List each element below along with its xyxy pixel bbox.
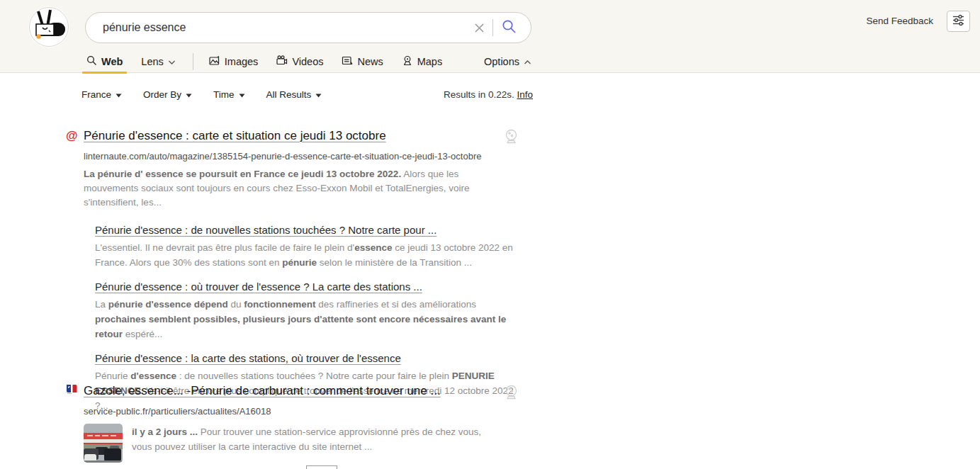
tab-lens[interactable]: Lens (140, 51, 176, 72)
result-title-link[interactable]: Pénurie d'essence : carte et situation c… (84, 128, 386, 144)
result-url: service-public.fr/particuliers/actualite… (84, 406, 534, 417)
newspaper-icon (342, 55, 353, 68)
chevron-down-icon (168, 56, 176, 67)
tab-bar: Web Lens Images (85, 51, 533, 72)
send-feedback-link[interactable]: Send Feedback (866, 16, 933, 26)
gas-station-thumbnail[interactable] (84, 424, 123, 463)
info-link[interactable]: Info (517, 89, 533, 100)
tab-label: Videos (292, 56, 323, 67)
tab-label: Lens (141, 56, 163, 67)
crystal-ball-archive-icon[interactable] (504, 129, 519, 147)
logo-avatar[interactable] (28, 6, 69, 47)
search-result: Gazole, essence... -Pénurie de carburant… (66, 383, 534, 463)
filter-time-dropdown[interactable]: Time (213, 89, 245, 100)
crystal-ball-archive-icon[interactable] (504, 385, 519, 403)
result-snippet: il y a 2 jours ... Pour trouver une stat… (132, 424, 500, 463)
sublink-result: Pénurie d'essence : où trouver de l'esse… (95, 280, 534, 341)
filter-country-dropdown[interactable]: France (81, 89, 122, 100)
tab-images[interactable]: Images (208, 51, 260, 72)
map-pin-icon (402, 55, 413, 68)
result-title-link[interactable]: Gazole, essence... -Pénurie de carburant… (84, 383, 441, 399)
more-button-partial[interactable] (306, 465, 337, 469)
sublink-snippet: La pénurie d'essence dépend du fonctionn… (95, 297, 520, 341)
linternaute-at-icon: @ (66, 128, 79, 143)
filter-bar: France Order By Time All Results Results… (81, 86, 533, 102)
preferences-button[interactable] (947, 11, 970, 32)
results-time-text: Results in 0.22s. (444, 89, 517, 100)
tab-videos[interactable]: Videos (275, 51, 325, 72)
tab-label: Options (484, 56, 519, 67)
filter-order-by-dropdown[interactable]: Order By (143, 89, 192, 100)
result-url: linternaute.com/auto/magazine/1385154-pe… (84, 151, 534, 162)
tab-label: Images (225, 56, 259, 67)
sublink-snippet: L'essentiel. Il ne devrait pas être plus… (95, 240, 520, 270)
search-bar (85, 12, 531, 43)
service-public-french-flag-icon (66, 383, 79, 397)
filter-label: Order By (143, 89, 181, 100)
video-camera-icon (276, 55, 288, 68)
image-icon (209, 55, 220, 68)
sliders-settings-icon (952, 14, 965, 28)
sublink-result: Pénurie d'essence : de nouvelles station… (95, 223, 534, 270)
caret-down-icon (239, 89, 245, 100)
search-input[interactable] (103, 21, 471, 34)
tab-label: News (357, 56, 383, 67)
filter-label: All Results (266, 89, 312, 100)
sublink-title-link[interactable]: Pénurie d'essence : de nouvelles station… (95, 223, 437, 237)
search-result: @ Pénurie d'essence : carte et situation… (66, 128, 534, 423)
search-magnifier-icon (502, 19, 517, 36)
header: Send Feedback Web Lens (0, 0, 980, 73)
search-results-page: Send Feedback Web Lens (0, 0, 980, 469)
tab-web[interactable]: Web (85, 51, 124, 72)
result-snippet: La pénurie d' essence se poursuit en Fra… (84, 167, 510, 210)
filter-label: Time (213, 89, 235, 100)
caret-down-icon (116, 89, 122, 100)
caret-down-icon (186, 89, 192, 100)
sublink-title-link[interactable]: Pénurie d'essence : la carte des station… (95, 351, 401, 365)
tab-maps[interactable]: Maps (400, 51, 444, 72)
search-submit-button[interactable] (493, 16, 519, 39)
chevron-up-icon (524, 56, 531, 67)
results-timing: Results in 0.22s. Info (444, 89, 533, 100)
clear-search-icon[interactable] (471, 19, 492, 37)
sublink-title-link[interactable]: Pénurie d'essence : où trouver de l'esse… (95, 280, 422, 293)
tab-label: Web (101, 56, 123, 67)
rabbit-mascot-icon (28, 38, 69, 50)
filter-label: France (81, 89, 111, 100)
tab-label: Maps (417, 56, 442, 67)
search-icon (86, 55, 97, 68)
tab-news[interactable]: News (340, 51, 384, 72)
tab-divider (193, 53, 193, 70)
tab-options[interactable]: Options (483, 51, 533, 72)
caret-down-icon (315, 89, 322, 100)
filter-all-results-dropdown[interactable]: All Results (266, 89, 322, 100)
